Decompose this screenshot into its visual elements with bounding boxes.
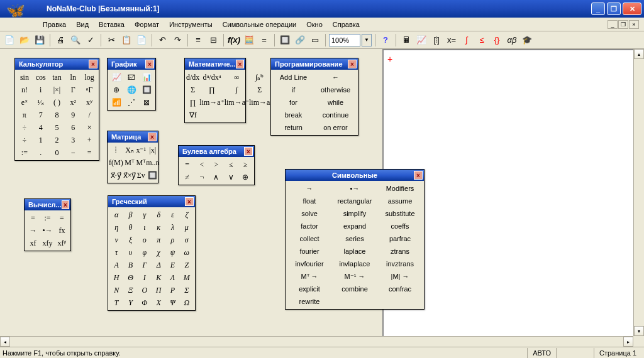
palette-cell[interactable]: → (287, 182, 332, 195)
palette-cell[interactable]: Δ (152, 259, 165, 271)
palette-cell[interactable]: σ (180, 234, 194, 246)
eval-close-button[interactable]: × (62, 200, 69, 209)
palette-cell[interactable]: 🔲 (146, 169, 159, 182)
palette-cell[interactable]: ln (65, 71, 81, 84)
menu-symbolic[interactable]: Символьные операции (218, 19, 302, 30)
palette-cell[interactable]: → (26, 224, 40, 237)
minimize-button[interactable]: _ (591, 3, 605, 15)
calculator-close-button[interactable]: × (89, 60, 97, 68)
paste-icon[interactable]: 📄 (135, 33, 148, 47)
greek-palette[interactable]: Греческий× αβγδεζηθικλμνξοπρστυφχψωΑΒΓΔΕ… (108, 195, 196, 311)
boolean-palette[interactable]: Булева алгебра× =<>≤≥≠¬∧∨⊕ (178, 145, 255, 185)
palette-cell[interactable]: := (16, 146, 33, 159)
matrix-close-button[interactable]: × (148, 133, 157, 141)
palette-cell[interactable]: ⋰ (124, 96, 139, 109)
palette-cell[interactable]: 0 (49, 146, 65, 159)
palette-cell[interactable]: 8 (49, 109, 65, 121)
palette-cell[interactable]: Ρ (165, 284, 179, 296)
palette-cell[interactable]: Σv (136, 169, 146, 182)
palette-cell[interactable]: x² (65, 96, 81, 109)
palette-cell[interactable]: β (123, 209, 137, 221)
palette-cell[interactable]: = (180, 158, 194, 171)
scroll-left-icon[interactable]: ◂ (0, 337, 10, 347)
palette-cell[interactable]: 📈 (109, 71, 124, 84)
palette-cell[interactable]: Mᵀ (136, 156, 146, 169)
palette-cell[interactable]: Β (123, 259, 137, 271)
align-icon[interactable]: ≡ (191, 33, 205, 47)
palette-cell[interactable]: lim→a⁺ (199, 96, 224, 109)
save-icon[interactable]: 💾 (33, 33, 47, 47)
align2-icon[interactable]: ⊟ (206, 33, 220, 47)
palette-cell[interactable]: xʸ (81, 96, 97, 109)
palette-cell[interactable]: ∞ (225, 71, 249, 84)
palette-cell[interactable]: ⦙ (109, 144, 123, 156)
palette-cell[interactable]: η (109, 221, 123, 234)
palette-cell[interactable]: 🌐 (124, 84, 139, 96)
palette-cell[interactable]: otherwise (314, 84, 357, 96)
palette-cell[interactable]: 6 (65, 121, 81, 134)
palette-cell[interactable]: xf (26, 237, 40, 249)
palette-cell[interactable]: Κ (152, 271, 165, 284)
palette-cell[interactable]: ⊠ (139, 96, 154, 109)
palette-cell[interactable]: Mᵀ (123, 156, 136, 169)
palette-cell[interactable]: ≡ (55, 212, 69, 224)
spellcheck-icon[interactable]: ✓ (84, 33, 97, 47)
mdi-restore-button[interactable]: ❐ (618, 20, 628, 29)
palette-cell[interactable]: + (81, 134, 97, 146)
greek-palette-icon[interactable]: αβ (505, 33, 519, 47)
palette-cell[interactable]: ∫ₐᵇ (249, 71, 270, 84)
palette-cell[interactable]: := (40, 212, 55, 224)
palette-cell[interactable]: solve (287, 207, 332, 220)
palette-cell[interactable]: Ξ (123, 284, 137, 296)
palette-cell[interactable]: x⃗·y⃗ (109, 169, 123, 182)
palette-cell[interactable]: for (272, 96, 314, 109)
symb-palette-icon[interactable]: 🎓 (520, 33, 534, 47)
palette-cell[interactable]: ο (138, 234, 152, 246)
palette-cell[interactable]: Ε (165, 259, 179, 271)
palette-cell[interactable]: assume (377, 195, 423, 207)
palette-cell[interactable]: θ (123, 221, 137, 234)
palette-cell[interactable]: invlaplace (332, 258, 377, 270)
palette-cell[interactable]: Γ (138, 259, 152, 271)
menu-help[interactable]: Справка (328, 19, 365, 30)
palette-cell[interactable]: α (109, 209, 123, 221)
palette-cell[interactable]: υ (123, 246, 137, 259)
palette-cell[interactable]: Λ (165, 271, 179, 284)
zoom-input[interactable]: 100% (329, 34, 360, 46)
palette-cell[interactable]: eˣ (16, 96, 33, 109)
palette-cell[interactable]: π (152, 234, 165, 246)
palette-cell[interactable]: ζ (180, 209, 194, 221)
palette-cell[interactable]: float (287, 195, 332, 207)
palette-cell[interactable]: laplace (332, 245, 377, 258)
matrix-palette[interactable]: Матрица× ⦙Xₙx⁻¹|x|f(M)MᵀMᵀm..nx⃗·y⃗x⃗×y⃗… (107, 131, 158, 183)
palette-cell[interactable]: lim→a (249, 96, 270, 109)
palette-cell[interactable]: simplify (332, 207, 377, 220)
palette-cell[interactable]: sin (16, 71, 33, 84)
menu-view[interactable]: Вид (71, 19, 94, 30)
palette-cell[interactable]: Mᵀ → (287, 270, 332, 283)
link-icon[interactable]: 🔗 (293, 33, 307, 47)
palette-cell[interactable]: ∧ (209, 171, 223, 183)
open-icon[interactable]: 📂 (18, 33, 31, 47)
matrix-palette-icon[interactable]: [⦙] (430, 33, 443, 47)
palette-cell[interactable]: Ψ (165, 296, 179, 309)
palette-cell[interactable]: xfy (40, 237, 55, 249)
palette-cell[interactable]: 9 (65, 109, 81, 121)
palette-cell[interactable]: |M| → (377, 270, 423, 283)
palette-cell[interactable]: if (272, 84, 314, 96)
palette-cell[interactable]: ξ (123, 234, 137, 246)
palette-cell[interactable]: f(M) (109, 156, 123, 169)
palette-cell[interactable]: Π (152, 284, 165, 296)
palette-cell[interactable]: ( ) (49, 96, 65, 109)
palette-cell[interactable]: μ (180, 221, 194, 234)
palette-cell[interactable]: ι (138, 221, 152, 234)
maximize-button[interactable]: ❐ (607, 3, 621, 15)
palette-cell[interactable]: Α (109, 259, 123, 271)
palette-cell[interactable]: ∇f (186, 109, 199, 121)
palette-cell[interactable]: ← (314, 71, 357, 84)
palette-cell[interactable]: Υ (123, 296, 137, 309)
scroll-down-icon[interactable]: ▾ (634, 326, 644, 336)
palette-cell[interactable]: Σ (186, 84, 199, 96)
palette-cell[interactable]: Μ (180, 271, 194, 284)
palette-cell[interactable]: n! (16, 84, 33, 96)
